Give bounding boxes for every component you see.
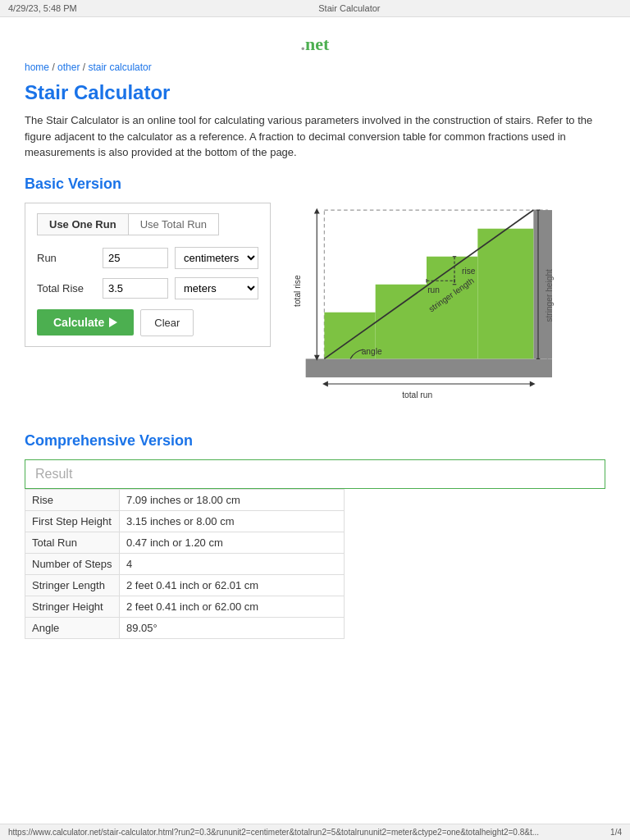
result-value: 4: [120, 553, 345, 574]
stair-diagram: total rise rise run stringer length stri…: [287, 203, 605, 409]
page-title: Stair Calculator: [25, 81, 605, 104]
result-label: Total Run: [25, 532, 120, 553]
svg-text:stringer height: stringer height: [545, 268, 554, 322]
result-value: 2 feet 0.41 inch or 62.00 cm: [120, 596, 345, 617]
result-label: Angle: [25, 617, 120, 638]
tab-total-run[interactable]: Use Total Run: [128, 213, 219, 235]
svg-rect-2: [306, 358, 552, 377]
run-unit-select[interactable]: centimeters inches feet meters: [175, 247, 258, 269]
breadcrumb-current[interactable]: stair calculator: [88, 62, 151, 73]
result-label: Stringer Height: [25, 596, 120, 617]
result-value: 0.47 inch or 1.20 cm: [120, 532, 345, 553]
table-row: Stringer Length2 feet 0.41 inch or 62.01…: [25, 574, 345, 596]
result-label: Rise: [25, 489, 120, 510]
result-value: 7.09 inches or 18.00 cm: [120, 489, 345, 510]
svg-text:total rise: total rise: [293, 275, 302, 307]
browser-bar: 4/29/23, 5:48 PM Stair Calculator: [0, 0, 630, 17]
svg-rect-5: [376, 284, 427, 358]
run-row: Run centimeters inches feet meters: [37, 247, 258, 269]
result-value: 3.15 inches or 8.00 cm: [120, 510, 345, 532]
tab-buttons: Use One Run Use Total Run: [37, 213, 258, 235]
result-label: First Step Height: [25, 510, 120, 532]
svg-rect-7: [477, 228, 533, 358]
results-table: Rise7.09 inches or 18.00 cmFirst Step He…: [25, 489, 345, 639]
table-row: Total Run0.47 inch or 1.20 cm: [25, 532, 345, 553]
browser-timestamp: 4/29/23, 5:48 PM: [8, 3, 77, 13]
button-row: Calculate Clear: [37, 309, 258, 336]
table-row: Angle89.05°: [25, 617, 345, 638]
breadcrumb-other[interactable]: other: [57, 62, 80, 73]
svg-text:angle: angle: [362, 346, 382, 355]
logo: .net: [301, 34, 330, 54]
clear-button[interactable]: Clear: [140, 309, 194, 336]
result-label: Stringer Length: [25, 574, 120, 596]
breadcrumb-home[interactable]: home: [25, 62, 49, 73]
table-row: Rise7.09 inches or 18.00 cm: [25, 489, 345, 510]
comprehensive-section: Comprehensive Version Result Rise7.09 in…: [25, 432, 605, 639]
breadcrumb: home / other / stair calculator: [25, 62, 605, 73]
page-description: The Stair Calculator is an online tool f…: [25, 112, 605, 161]
total-rise-label: Total Rise: [37, 282, 96, 294]
comprehensive-version-heading: Comprehensive Version: [25, 432, 605, 450]
result-value: 2 feet 0.41 inch or 62.01 cm: [120, 574, 345, 596]
logo-area: .net: [25, 25, 605, 62]
table-row: Number of Steps4: [25, 553, 345, 574]
stair-svg: total rise rise run stringer length stri…: [287, 203, 566, 407]
basic-version-layout: Use One Run Use Total Run Run centimeter…: [25, 203, 605, 409]
result-box: Result: [25, 459, 605, 489]
browser-title: Stair Calculator: [318, 3, 380, 13]
result-value: 89.05°: [120, 617, 345, 638]
basic-version-heading: Basic Version: [25, 176, 605, 193]
total-rise-row: Total Rise meters centimeters inches fee…: [37, 277, 258, 299]
result-placeholder: Result: [35, 467, 72, 481]
svg-text:run: run: [427, 285, 440, 294]
svg-text:rise: rise: [462, 267, 476, 276]
table-row: Stringer Height2 feet 0.41 inch or 62.00…: [25, 596, 345, 617]
tab-one-run[interactable]: Use One Run: [37, 213, 128, 235]
play-icon: [109, 317, 117, 327]
calculator-form: Use One Run Use Total Run Run centimeter…: [25, 203, 271, 347]
run-input[interactable]: [103, 248, 168, 268]
total-rise-unit-select[interactable]: meters centimeters inches feet: [175, 277, 258, 299]
result-label: Number of Steps: [25, 553, 120, 574]
svg-text:total run: total run: [402, 390, 432, 399]
table-row: First Step Height3.15 inches or 8.00 cm: [25, 510, 345, 532]
total-rise-input[interactable]: [103, 278, 168, 299]
calculate-label: Calculate: [53, 316, 104, 329]
run-label: Run: [37, 252, 96, 264]
calculate-button[interactable]: Calculate: [37, 309, 134, 336]
